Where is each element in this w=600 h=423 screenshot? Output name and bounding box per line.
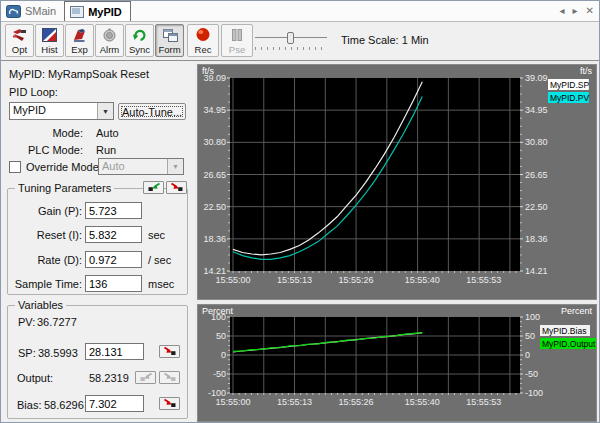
main-area: MyPID: MyRampSoak Reset PID Loop: MyPID … bbox=[1, 60, 599, 422]
output-value: 58.2319 bbox=[89, 372, 129, 384]
write-to-plc-icon-disabled bbox=[163, 372, 177, 384]
tab-scroll-left-icon[interactable]: ◂ bbox=[560, 5, 565, 17]
write-to-plc-icon bbox=[163, 398, 177, 410]
sp-write-button[interactable] bbox=[159, 345, 180, 358]
svg-text:0: 0 bbox=[221, 350, 226, 360]
pid-control-panel: MyPID: MyRampSoak Reset PID Loop: MyPID … bbox=[1, 61, 194, 422]
bias-write-button[interactable] bbox=[159, 397, 180, 410]
pid-loop-label: PID Loop: bbox=[9, 86, 58, 98]
override-mode-label: Override Mode bbox=[26, 161, 99, 173]
svg-text:-50: -50 bbox=[525, 369, 538, 379]
tuning-row-label: Rate (D): bbox=[7, 254, 82, 266]
output-label: Output: bbox=[17, 372, 53, 384]
pid-loop-selected-value: MyPID bbox=[10, 103, 97, 119]
toolbar-button-sync[interactable]: Sync bbox=[125, 24, 154, 57]
pause-icon bbox=[230, 27, 244, 42]
svg-text:15:55:26: 15:55:26 bbox=[339, 275, 374, 285]
tab-label: MyPID bbox=[88, 6, 122, 18]
output-write-button[interactable] bbox=[159, 371, 180, 384]
tuning-write-button[interactable] bbox=[166, 181, 187, 194]
sp-input[interactable] bbox=[85, 343, 144, 360]
variables-title: Variables bbox=[15, 299, 66, 311]
pid-loop-select[interactable]: MyPID ▼ bbox=[9, 102, 114, 120]
smain-tab-icon bbox=[6, 4, 21, 19]
svg-text:15:55:26: 15:55:26 bbox=[339, 397, 374, 407]
svg-text:22.50: 22.50 bbox=[203, 202, 226, 212]
mode-label: Mode: bbox=[21, 127, 83, 139]
tab-scroll-right-icon[interactable]: ▸ bbox=[573, 5, 578, 17]
tab-mypid[interactable]: MyPID bbox=[64, 1, 131, 21]
svg-text:15:55:40: 15:55:40 bbox=[405, 397, 440, 407]
toolbar: OptHistExpAlrmSyncForm Rec Pse Time Scal… bbox=[1, 22, 599, 60]
trend-charts-area: ft/sft/s39.0939.0934.9534.9530.8030.8026… bbox=[194, 61, 599, 422]
trend-chart-primary: ft/sft/s39.0939.0934.9534.9530.8030.8026… bbox=[197, 64, 597, 300]
plc-mode-label: PLC Mode: bbox=[21, 144, 83, 156]
svg-text:100: 100 bbox=[211, 312, 226, 322]
time-scale-slider[interactable] bbox=[255, 31, 327, 51]
svg-text:15:55:00: 15:55:00 bbox=[215, 397, 250, 407]
svg-text:15:55:13: 15:55:13 bbox=[277, 397, 312, 407]
record-button[interactable]: Rec bbox=[187, 24, 219, 57]
svg-text:50: 50 bbox=[525, 331, 535, 341]
toolbar-button-opt[interactable]: Opt bbox=[5, 24, 34, 57]
toolbar-button-exp[interactable]: Exp bbox=[65, 24, 94, 57]
svg-text:0: 0 bbox=[525, 350, 530, 360]
tab-label: SMain bbox=[25, 5, 56, 17]
history-icon bbox=[42, 27, 57, 42]
svg-text:-100: -100 bbox=[525, 388, 543, 398]
export-icon bbox=[72, 27, 87, 42]
svg-text:14.21: 14.21 bbox=[525, 266, 548, 276]
toolbar-button-label: Sync bbox=[129, 44, 150, 55]
mypid-tab-icon bbox=[70, 4, 84, 19]
form-icon bbox=[162, 27, 178, 42]
tab-close-icon[interactable]: ✕ bbox=[586, 5, 594, 17]
tuning-input-2[interactable] bbox=[85, 226, 142, 243]
override-mode-select[interactable]: Auto ▼ bbox=[98, 158, 184, 175]
override-mode-checkbox[interactable] bbox=[9, 161, 21, 173]
pause-button[interactable]: Pse bbox=[221, 24, 253, 57]
toolbar-button-hist[interactable]: Hist bbox=[35, 24, 64, 57]
svg-text:15:55:40: 15:55:40 bbox=[405, 275, 440, 285]
write-to-plc-icon bbox=[170, 182, 184, 194]
trend-chart-percent: PercentPercent100100505000-50-50-100-100… bbox=[197, 304, 597, 422]
svg-text:18.36: 18.36 bbox=[203, 234, 226, 244]
toolbar-button-form[interactable]: Form bbox=[155, 24, 184, 57]
tuning-row-unit: / sec bbox=[148, 254, 171, 266]
tuning-input-1[interactable] bbox=[85, 202, 142, 219]
tuning-input-3[interactable] bbox=[85, 251, 142, 268]
bias-label: Bias: bbox=[17, 399, 41, 411]
record-button-label: Rec bbox=[195, 44, 212, 55]
output-read-button[interactable] bbox=[135, 371, 156, 384]
svg-text:30.80: 30.80 bbox=[203, 137, 226, 147]
svg-text:MyPID.PV: MyPID.PV bbox=[550, 93, 590, 103]
auto-tune-button[interactable]: Auto-Tune... bbox=[118, 103, 186, 120]
svg-text:50: 50 bbox=[216, 331, 226, 341]
bias-value: 58.6296 bbox=[44, 399, 84, 411]
time-scale-slider-thumb[interactable] bbox=[287, 32, 294, 44]
app-window: SMain MyPID ◂ ▸ ✕ OptHistExpAlrmSyncForm… bbox=[0, 0, 600, 423]
pause-button-label: Pse bbox=[229, 44, 245, 55]
toolbar-button-alrm[interactable]: Alrm bbox=[95, 24, 124, 57]
plc-mode-value: Run bbox=[96, 144, 116, 156]
tab-smain[interactable]: SMain bbox=[1, 1, 64, 21]
read-from-plc-icon-disabled bbox=[139, 372, 153, 384]
pv-label: PV: bbox=[18, 316, 35, 328]
sp-label: SP: bbox=[18, 347, 36, 359]
toolbar-button-label: Opt bbox=[12, 44, 27, 55]
toolbar-button-label: Form bbox=[158, 44, 180, 55]
svg-text:26.65: 26.65 bbox=[203, 170, 226, 180]
bias-input[interactable] bbox=[85, 395, 144, 412]
sync-icon bbox=[132, 27, 147, 42]
tuning-parameters-title: Tuning Parameters bbox=[15, 182, 114, 194]
chevron-down-icon[interactable]: ▼ bbox=[97, 103, 113, 119]
svg-text:-50: -50 bbox=[213, 369, 226, 379]
pv-value: 36.7277 bbox=[37, 316, 77, 328]
svg-text:39.09: 39.09 bbox=[525, 73, 548, 83]
tuning-input-4[interactable] bbox=[85, 275, 142, 292]
time-scale-label: Time Scale: 1 Min bbox=[341, 34, 429, 46]
tab-navigation: ◂ ▸ ✕ bbox=[560, 5, 594, 17]
toolbar-button-label: Hist bbox=[41, 44, 57, 55]
mode-value: Auto bbox=[96, 127, 119, 139]
tuning-row-unit: sec bbox=[148, 229, 165, 241]
tuning-read-button[interactable] bbox=[143, 181, 164, 194]
